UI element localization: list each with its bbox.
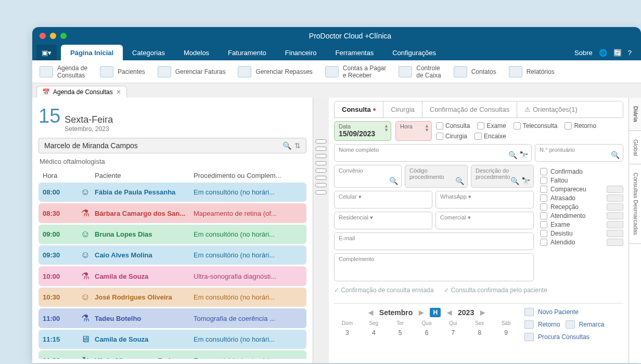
status-check[interactable]: Desistiu — [540, 230, 623, 237]
appointment-form: Consulta• Cirurgia Confirmação de Consul… — [329, 98, 629, 363]
toolbar-caixa[interactable]: Controle de Caixa — [399, 64, 441, 79]
whatsapp-field[interactable]: WhatsApp ▾ — [435, 191, 534, 209]
binoculars-icon[interactable]: 🔭 — [519, 151, 528, 159]
check-teleconsulta[interactable]: Teleconsulta — [514, 122, 558, 129]
subtab-confirmacao[interactable]: Confirmação de Consultas — [422, 101, 517, 118]
status-check[interactable]: Atendido — [540, 239, 623, 246]
action-remarca[interactable]: Remarca — [566, 320, 605, 329]
comercial-field[interactable]: Comercial ▾ — [435, 212, 534, 229]
toolbar-faturas[interactable]: Gerenciar Faturas — [158, 66, 226, 77]
status-check[interactable]: Confirmado — [540, 168, 623, 175]
menu-tab[interactable]: Página Inicial — [61, 45, 123, 60]
doc-tab-agenda[interactable]: 📅 Agenda de Consultas ✕ — [36, 86, 127, 98]
close-tab-icon[interactable]: ✕ — [116, 88, 121, 96]
status-check[interactable]: Atendimento — [540, 212, 623, 219]
next-month-icon[interactable]: ▶ — [419, 309, 424, 316]
help-icon[interactable]: ? — [628, 49, 632, 57]
today-button[interactable]: H — [430, 308, 441, 317]
appointment-row[interactable]: 09:30☺Caio Alves MolinaEm consultório (n… — [39, 245, 306, 265]
status-check[interactable]: Recepção — [540, 203, 623, 211]
titlebar: ProDoctor Cloud +Clínica — [32, 27, 641, 45]
cashbox-icon — [399, 66, 412, 77]
email-field[interactable]: E-mail — [334, 232, 534, 250]
reschedule-icon — [566, 320, 575, 329]
report-icon — [509, 66, 522, 77]
search-icon[interactable]: 🔍 — [611, 151, 620, 159]
updown-icon[interactable]: ⇅ — [294, 141, 301, 150]
menu-tab[interactable]: Financeiro — [276, 45, 326, 60]
menu-tab[interactable]: Faturamento — [219, 45, 276, 60]
search-icon[interactable]: 🔍 — [389, 177, 398, 185]
appointment-row[interactable]: 11:15🖥Camila de SouzaEm consultório (no … — [39, 330, 306, 349]
search-icon[interactable]: 🔍 — [283, 141, 291, 150]
complemento-field[interactable]: Complemento — [334, 253, 534, 281]
confirmation-status: Confirmação de consulta enviada Consulta… — [334, 287, 623, 294]
action-novo-paciente[interactable]: Novo Paciente — [524, 308, 623, 316]
minimize-window[interactable] — [50, 33, 56, 39]
check-cirurgia[interactable]: Cirurgia — [436, 133, 467, 140]
subtab-cirurgia[interactable]: Cirurgia — [383, 101, 422, 118]
subtab-consulta[interactable]: Consulta• — [335, 101, 383, 118]
status-check[interactable]: Exame — [540, 221, 623, 228]
nome-field[interactable]: Nome completo🔍🔭 — [334, 144, 532, 162]
sidetab-desmarcadas[interactable]: Consultas Desmarcadas — [629, 164, 641, 244]
maximize-window[interactable] — [60, 33, 67, 39]
app-menu-icon[interactable]: ▣▾ — [36, 45, 57, 60]
toolbar: Agenda de Consultas Pacientes Gerenciar … — [32, 60, 641, 83]
toolbar-contas[interactable]: Contas a Pagar e Receber — [325, 64, 386, 79]
appointment-row[interactable]: 11:00⚗Tadeu BotelhoTomografia de coerênc… — [39, 308, 306, 328]
sidetab-diaria[interactable]: Diária — [629, 98, 641, 131]
toolbar-agenda[interactable]: Agenda de Consultas — [40, 64, 87, 79]
toolbar-repasses[interactable]: Gerenciar Repasses — [238, 66, 312, 77]
toolbar-relatorios[interactable]: Relatórios — [509, 66, 555, 77]
check-consulta[interactable]: Consulta — [436, 122, 470, 129]
appointment-row[interactable]: 11:30↻Vânia Albuquerque FariaEm consultó… — [39, 350, 306, 359]
prev-year-icon[interactable]: ◀ — [447, 309, 452, 316]
check-retorno[interactable]: Retorno — [565, 122, 596, 129]
status-check[interactable]: Faltou — [540, 177, 623, 184]
descproc-field[interactable]: Descrição do procedimento🔍🔭 — [471, 165, 534, 188]
action-procura[interactable]: Procura Consultas — [524, 333, 623, 341]
invoice-icon — [158, 66, 171, 77]
menu-tab[interactable]: Modelos — [174, 45, 219, 60]
action-retorno[interactable]: Retorno — [524, 320, 560, 329]
menu-tab[interactable]: Ferramentas — [326, 45, 383, 60]
codproc-field[interactable]: Código procedimento🔍 — [405, 165, 468, 188]
menu-tab[interactable]: Categorias — [123, 45, 174, 60]
calendar-icon — [40, 66, 53, 77]
next-year-icon[interactable]: ▶ — [480, 309, 485, 316]
globe-icon[interactable]: 🌐 — [599, 49, 607, 57]
date-field[interactable]: Data 15/09/2023 ▲▼ — [334, 121, 391, 141]
appointment-row[interactable]: 08:00☺Fábia de Paula PessanhaEm consultó… — [39, 183, 306, 202]
mini-calendar[interactable]: ◀ Setembro ▶ H ◀ 2023 ▶ DomSegTerQuaQuiS… — [334, 308, 519, 341]
prontuario-field[interactable]: N.° prontuário🔍 — [535, 144, 623, 162]
appointment-row[interactable]: 09:00☺Bruna Lopes DiasEm consultório (no… — [39, 225, 306, 244]
search-icon[interactable]: 🔍 — [510, 177, 519, 185]
return-icon — [524, 320, 534, 329]
binoculars-icon[interactable]: 🔭 — [521, 177, 530, 185]
celular-field[interactable]: Celular ▾ — [334, 191, 432, 209]
search-icon[interactable]: 🔍 — [455, 177, 464, 185]
check-exame[interactable]: Exame — [477, 122, 506, 129]
search-icon[interactable]: 🔍 — [508, 151, 517, 159]
day-number: 15 — [39, 105, 60, 127]
status-check[interactable]: Compareceu — [540, 186, 623, 193]
menu-tab[interactable]: Configurações — [383, 45, 445, 60]
convenio-field[interactable]: Convênio🔍 — [334, 165, 402, 188]
about-link[interactable]: Sobre — [574, 49, 593, 57]
toolbar-pacientes[interactable]: Pacientes — [100, 66, 145, 77]
close-window[interactable] — [40, 33, 46, 39]
sync-icon[interactable]: 🔄 — [613, 49, 622, 57]
hour-field[interactable]: Hora ▲▼ — [395, 121, 432, 141]
prev-month-icon[interactable]: ◀ — [368, 309, 373, 316]
residencial-field[interactable]: Residencial ▾ — [334, 212, 432, 229]
check-encaixe[interactable]: Encaixe — [475, 133, 506, 140]
toolbar-contatos[interactable]: Contatos — [454, 66, 496, 77]
appointment-row[interactable]: 10:00⚗Camila de SouzaUltra-sonografia di… — [39, 266, 306, 286]
appointment-row[interactable]: 08:30⚗Bárbara Camargo dos San...Mapeamen… — [39, 203, 306, 223]
doctor-select[interactable]: Marcelo de Miranda Campos 🔍⇅ — [39, 138, 306, 153]
sidetab-global[interactable]: Global — [629, 131, 641, 165]
subtab-orientacoes[interactable]: ⚠Orientações(1) — [517, 101, 585, 118]
status-check[interactable]: Atrasado — [540, 194, 623, 202]
appointment-row[interactable]: 10:30☺José Rodrigues OliveiraEm consultó… — [39, 288, 306, 307]
